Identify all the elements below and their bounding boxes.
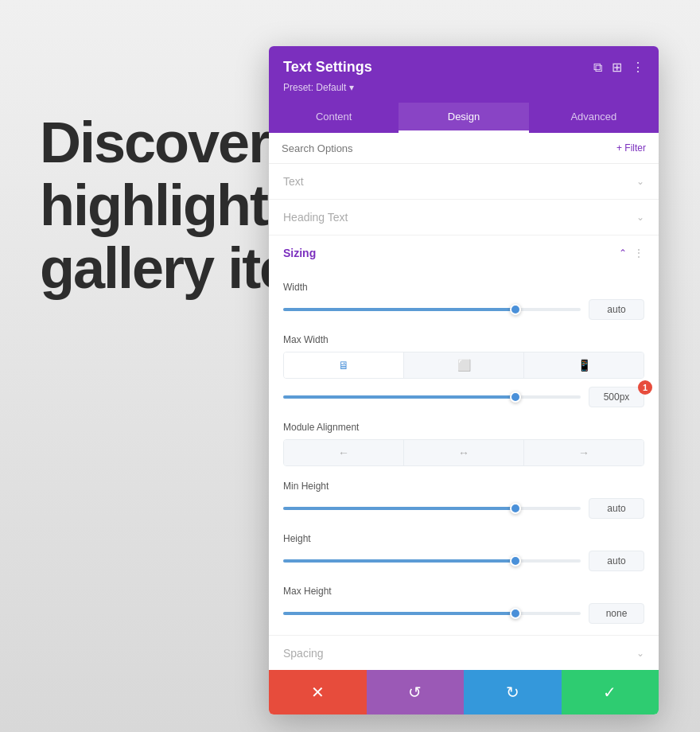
- height-slider[interactable]: [283, 559, 581, 563]
- copy-icon[interactable]: ⧉: [593, 60, 602, 75]
- chevron-up-icon: ⌃: [619, 247, 627, 259]
- tab-bar: Content Design Advanced: [269, 103, 659, 133]
- filter-button[interactable]: + Filter: [616, 142, 646, 154]
- min-height-label: Min Height: [283, 481, 644, 492]
- min-height-field: Min Height auto: [283, 481, 644, 519]
- max-width-field: Max Width 🖥 ⬜ 📱 500px 1: [283, 334, 644, 407]
- section-spacing[interactable]: Spacing ⌄: [269, 636, 659, 670]
- tab-advanced[interactable]: Advanced: [529, 103, 659, 133]
- height-label: Height: [283, 533, 644, 544]
- reset-button[interactable]: ↺: [367, 670, 465, 714]
- device-tab-tablet[interactable]: ⬜: [404, 352, 524, 378]
- max-width-badge: 1: [638, 380, 652, 395]
- bottom-bar: ✕ ↺ ↻ ✓: [269, 670, 659, 714]
- device-tab-bar: 🖥 ⬜ 📱: [283, 352, 644, 379]
- grid-icon[interactable]: ⊞: [612, 60, 622, 75]
- align-right-tab[interactable]: →: [524, 440, 644, 465]
- sizing-more-icon[interactable]: ⋮: [633, 247, 644, 259]
- chevron-down-icon: ⌄: [636, 176, 644, 187]
- panel-title: Text Settings: [283, 59, 372, 76]
- max-width-label: Max Width: [283, 334, 644, 345]
- search-input[interactable]: [282, 142, 616, 154]
- section-sizing[interactable]: Sizing ⌃ ⋮: [269, 236, 659, 271]
- section-heading-text[interactable]: Heading Text ⌄: [269, 200, 659, 236]
- min-height-value[interactable]: auto: [589, 498, 644, 519]
- height-value[interactable]: auto: [589, 551, 644, 571]
- height-field: Height auto: [283, 533, 644, 571]
- max-height-label: Max Height: [283, 586, 644, 597]
- redo-button[interactable]: ↻: [464, 670, 562, 714]
- max-width-slider[interactable]: [283, 395, 581, 399]
- width-value[interactable]: auto: [589, 299, 644, 320]
- width-field: Width auto: [283, 282, 644, 320]
- align-left-tab[interactable]: ←: [284, 440, 404, 465]
- device-tab-phone[interactable]: 📱: [524, 352, 644, 378]
- max-height-slider[interactable]: [283, 612, 581, 615]
- section-text[interactable]: Text ⌄: [269, 164, 659, 200]
- tab-design[interactable]: Design: [399, 103, 528, 133]
- max-height-field: Max Height none: [283, 586, 644, 624]
- module-alignment-label: Module Alignment: [283, 422, 644, 433]
- section-spacing-label: Spacing: [283, 647, 324, 660]
- panel-header-icons: ⧉ ⊞ ⋮: [593, 60, 644, 75]
- preset-selector[interactable]: Preset: Default: [283, 82, 644, 93]
- section-sizing-label: Sizing: [283, 247, 316, 259]
- settings-panel: Text Settings ⧉ ⊞ ⋮ Preset: Default Cont…: [269, 46, 659, 714]
- chevron-down-icon: ⌄: [636, 648, 644, 659]
- width-slider[interactable]: [283, 308, 581, 311]
- width-label: Width: [283, 282, 644, 293]
- panel-body: Text ⌄ Heading Text ⌄ Sizing ⌃ ⋮ Width: [269, 164, 659, 670]
- cancel-button[interactable]: ✕: [269, 670, 367, 714]
- max-height-value[interactable]: none: [589, 603, 644, 624]
- more-icon[interactable]: ⋮: [632, 60, 644, 75]
- section-text-label: Text: [283, 175, 304, 188]
- alignment-tab-bar: ← ↔ →: [283, 439, 644, 466]
- tab-content[interactable]: Content: [269, 103, 399, 133]
- align-center-tab[interactable]: ↔: [404, 440, 524, 465]
- module-alignment-field: Module Alignment ← ↔ →: [283, 422, 644, 466]
- device-tab-desktop[interactable]: 🖥: [284, 352, 404, 378]
- min-height-slider[interactable]: [283, 507, 581, 510]
- chevron-down-icon: ⌄: [636, 212, 644, 223]
- sizing-content: Width auto Max Width 🖥 ⬜ 📱: [269, 271, 659, 636]
- search-bar: + Filter: [269, 133, 659, 164]
- save-button[interactable]: ✓: [562, 670, 659, 714]
- section-heading-text-label: Heading Text: [283, 211, 348, 224]
- panel-header: Text Settings ⧉ ⊞ ⋮ Preset: Default: [269, 46, 659, 103]
- max-width-value[interactable]: 500px: [589, 387, 644, 407]
